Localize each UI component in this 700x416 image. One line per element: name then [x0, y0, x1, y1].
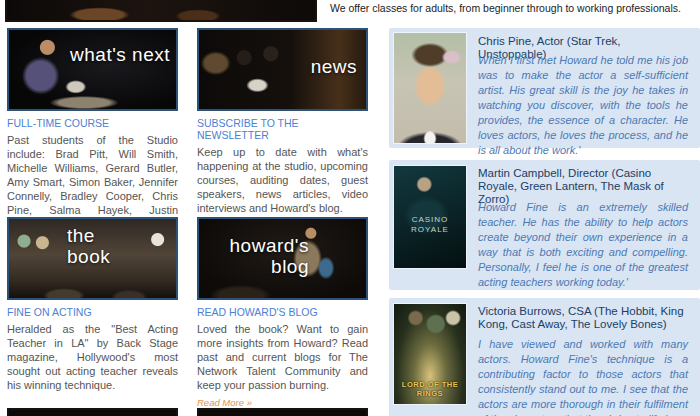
newsletter-heading[interactable]: SUBSCRIBE TO THE NEWSLETTER [197, 117, 368, 141]
poster-title: CASINO ROYALE [405, 215, 455, 235]
header-photo-strip [5, 0, 317, 22]
the-book-image-label: the book [67, 225, 127, 268]
testimonial-martin-campbell: CASINO ROYALE Martin Campbell, Director … [389, 160, 700, 290]
feature-whats-next: what's next FULL-TIME COURSE Past studen… [7, 28, 178, 249]
poster-title: LORD OF THE RINGS [394, 380, 466, 398]
testimonial-name: Victoria Burrows, CSA (The Hobbit, King … [478, 305, 690, 331]
full-time-course-heading[interactable]: FULL-TIME COURSE [7, 117, 178, 129]
howards-blog-text: Loved the book? Want to gain more insigh… [197, 322, 368, 392]
fine-on-acting-text: Heralded as the "Best Acting Teacher in … [7, 322, 178, 392]
testimonial-quote: I have viewed and worked with many actor… [478, 337, 688, 416]
chris-pine-photo [393, 32, 467, 144]
feature-the-book: the book FINE ON ACTING Heralded as the … [7, 217, 178, 416]
testimonial-victoria-burrows: LORD OF THE RINGS Victoria Burrows, CSA … [389, 298, 700, 416]
read-more-link[interactable]: Read More » [197, 397, 252, 408]
tagline: We offer classes for adults, from beginn… [330, 2, 681, 14]
testimonial-quote: When I first met Howard he told me his j… [478, 53, 688, 158]
page: We offer classes for adults, from beginn… [0, 0, 700, 416]
bottom-photo-strip [197, 408, 368, 416]
bottom-photo-strip [7, 408, 178, 416]
howards-blog-image[interactable]: howard's blog [197, 217, 368, 300]
whats-next-image[interactable]: what's next [7, 28, 178, 111]
newsletter-text: Keep up to date with what's happening at… [197, 145, 368, 215]
feature-news: news SUBSCRIBE TO THE NEWSLETTER Keep up… [197, 28, 368, 233]
howards-blog-image-label: howard's blog [225, 235, 309, 278]
fine-on-acting-heading[interactable]: FINE ON ACTING [7, 306, 178, 318]
news-image[interactable]: news [197, 28, 368, 111]
the-book-image[interactable]: the book [7, 217, 178, 300]
testimonial-chris-pine: Chris Pine, Actor (Star Trek, Unstoppabl… [389, 28, 700, 148]
casino-royale-poster: CASINO ROYALE [393, 165, 467, 269]
lord-of-the-rings-poster: LORD OF THE RINGS [393, 303, 467, 405]
read-howards-blog-heading[interactable]: READ HOWARD'S BLOG [197, 306, 368, 318]
news-image-label: news [311, 56, 357, 77]
whats-next-image-label: what's next [70, 44, 170, 65]
testimonial-quote: Howard Fine is an extremely skilled teac… [478, 200, 688, 290]
feature-howards-blog: howard's blog READ HOWARD'S BLOG Loved t… [197, 217, 368, 410]
